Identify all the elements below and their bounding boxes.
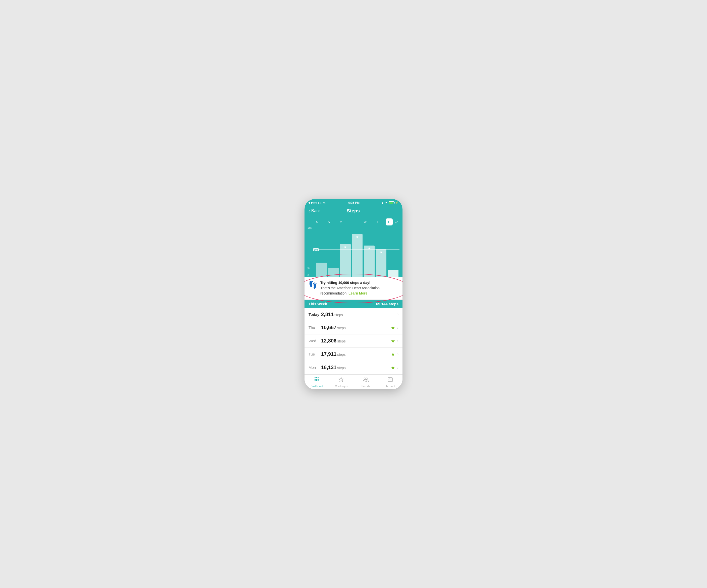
bar-s2[interactable] — [328, 226, 339, 277]
chart-days: S S M T W T — [308, 220, 386, 224]
bar-w[interactable]: ★ — [364, 226, 375, 277]
svg-point-10 — [364, 378, 366, 379]
step-day-wed: Wed — [308, 339, 321, 343]
time-display: 4:35 PM — [348, 201, 360, 205]
step-day-today: Today — [308, 312, 321, 317]
svg-rect-6 — [314, 380, 315, 381]
back-chevron-icon: ‹ — [308, 208, 310, 214]
week-bar: This Week 65,144 steps — [304, 300, 403, 308]
chart-icons: F ⤢ — [386, 218, 399, 225]
back-label: Back — [311, 208, 321, 213]
y-axis-labels: 18k 9k 0 — [307, 226, 311, 277]
step-row-today[interactable]: Today 2,811steps › — [304, 308, 403, 321]
tab-challenges[interactable]: Challenges — [329, 377, 354, 388]
step-day-mon: Mon — [308, 365, 321, 370]
step-row-thu[interactable]: Thu 10,667steps ★ › — [304, 321, 403, 334]
svg-rect-5 — [317, 379, 318, 380]
y-label-0: 0 — [307, 274, 311, 277]
tab-bar: Dashboard Challenges Friends — [304, 374, 403, 389]
star-icon-t2: ★ — [380, 250, 383, 254]
step-count-wed: 12,806steps — [321, 338, 391, 344]
account-icon — [387, 377, 393, 384]
bar-t1[interactable]: ★ — [352, 226, 363, 277]
bar-m[interactable]: ★ — [340, 226, 351, 277]
chart-day-t1: T — [352, 220, 354, 224]
learn-more-link[interactable]: Learn More — [348, 291, 367, 295]
step-list: Today 2,811steps › Thu 10,667steps ★ › W… — [304, 308, 403, 374]
fitbit-badge: F — [386, 218, 393, 225]
svg-rect-8 — [317, 380, 318, 381]
svg-rect-1 — [316, 377, 317, 378]
bar-today[interactable] — [388, 226, 399, 277]
battery-indicator — [389, 201, 394, 204]
step-count-mon: 16,131steps — [321, 365, 391, 370]
chart-day-s1: S — [316, 220, 318, 224]
star-icon-mon: ★ — [391, 365, 395, 371]
signal-dots — [308, 202, 317, 204]
step-row-tue[interactable]: Tue 17,911steps ★ › — [304, 348, 403, 361]
star-icon-tue: ★ — [391, 351, 395, 357]
charging-icon: ⚡ — [396, 201, 399, 204]
svg-point-13 — [389, 379, 390, 380]
svg-point-11 — [366, 378, 368, 379]
chart-day-w: W — [364, 220, 367, 224]
chart-day-s2: S — [328, 220, 330, 224]
status-bar: EE 4G 4:35 PM ▲ ✦ ⚡ — [304, 199, 403, 206]
tab-account[interactable]: Account — [378, 377, 403, 388]
bluetooth-icon: ✦ — [385, 201, 388, 205]
friends-icon — [363, 377, 369, 384]
step-day-tue: Tue — [308, 352, 321, 356]
challenges-icon — [338, 377, 344, 384]
step-row-mon[interactable]: Mon 16,131steps ★ › — [304, 361, 403, 374]
network-label: 4G — [323, 201, 327, 205]
y-label-9k: 9k — [307, 267, 311, 269]
chart-day-m: M — [339, 220, 342, 224]
chevron-today: › — [397, 312, 399, 317]
chevron-thu: › — [397, 325, 399, 330]
star-icon-w: ★ — [368, 247, 371, 250]
svg-rect-3 — [314, 379, 315, 380]
friends-label: Friends — [362, 385, 370, 388]
chevron-tue: › — [397, 352, 399, 357]
back-button[interactable]: ‹ Back — [308, 208, 321, 214]
tab-friends[interactable]: Friends — [354, 377, 378, 388]
phone-frame: EE 4G 4:35 PM ▲ ✦ ⚡ ‹ Back Steps S S M T — [304, 199, 403, 389]
account-label: Account — [386, 385, 395, 388]
tab-dashboard[interactable]: Dashboard — [304, 377, 329, 388]
tip-card: 👣 Try hitting 10,000 steps a day! That's… — [304, 277, 403, 300]
bar-t2[interactable]: ★ — [376, 226, 387, 277]
step-row-wed[interactable]: Wed 12,806steps ★ › — [304, 334, 403, 348]
star-icon-m: ★ — [344, 245, 347, 249]
chart-area: S S M T W T F ⤢ 18k 9k 0 10k — [304, 216, 403, 277]
chart-header: S S M T W T F ⤢ — [307, 218, 400, 226]
y-label-18k: 18k — [307, 226, 311, 229]
footprint-icon: 👣 — [308, 281, 317, 289]
dashboard-icon — [314, 377, 320, 384]
week-label: This Week — [308, 302, 327, 306]
svg-rect-4 — [316, 379, 317, 380]
expand-icon[interactable]: ⤢ — [395, 219, 399, 225]
tip-bold-text: Try hitting 10,000 steps a day! — [320, 281, 370, 285]
step-count-today: 2,811steps — [321, 311, 397, 317]
tip-section: 👣 Try hitting 10,000 steps a day! That's… — [304, 277, 403, 300]
star-icon-thu: ★ — [391, 325, 395, 331]
bar-s1[interactable] — [316, 226, 327, 277]
location-icon: ▲ — [381, 201, 384, 205]
status-left: EE 4G — [308, 201, 326, 205]
dashboard-label: Dashboard — [310, 385, 323, 388]
star-icon-t1: ★ — [356, 235, 359, 239]
svg-marker-9 — [339, 377, 343, 381]
challenges-label: Challenges — [335, 385, 347, 388]
bars-container: ★ ★ ★ ★ — [308, 226, 399, 277]
svg-rect-7 — [316, 380, 317, 381]
svg-rect-2 — [317, 377, 318, 378]
tip-text: Try hitting 10,000 steps a day! That's t… — [320, 280, 399, 296]
carrier-label: EE — [318, 201, 322, 205]
step-count-tue: 17,911steps — [321, 351, 391, 357]
chevron-wed: › — [397, 339, 399, 343]
nav-bar: ‹ Back Steps — [304, 206, 403, 216]
week-total: 65,144 steps — [376, 302, 399, 306]
page-title: Steps — [321, 208, 386, 214]
chart-body: 18k 9k 0 10k ★ — [307, 226, 400, 277]
step-count-thu: 10,667steps — [321, 325, 391, 330]
